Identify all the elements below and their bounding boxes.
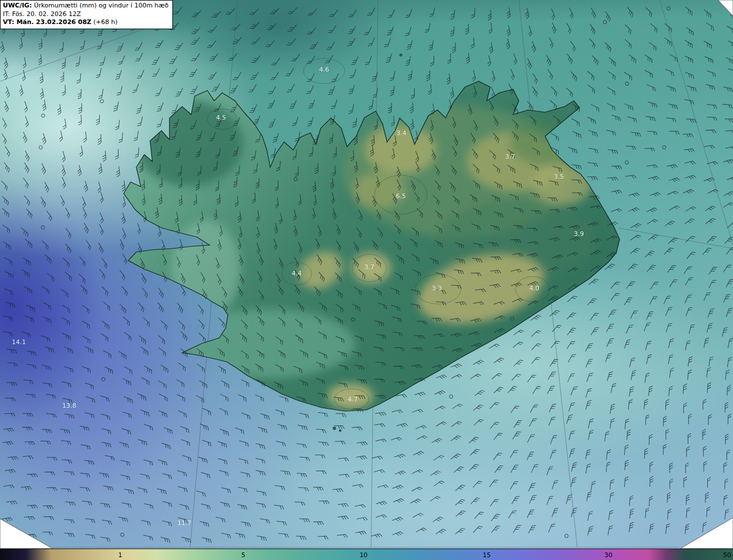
colorbar-tick-label: 15 [483, 551, 491, 558]
map-canvas: 4.64.53.43.73.56.53.94.43.73.34.014.113.… [0, 0, 733, 549]
colorbar-tick-label: 5 [241, 551, 245, 558]
title-line-model: UWC/IG: Úrkomumætti (mm) og vindur í 100… [3, 2, 168, 10]
map-overlay [0, 0, 733, 549]
colorbar-labels: 1510153050 [0, 549, 733, 560]
colorbar-tick-label: 30 [604, 551, 612, 558]
colorbar: 1510153050 [0, 549, 733, 560]
weather-map-page: 4.64.53.43.73.56.53.94.43.73.34.014.113.… [0, 0, 733, 560]
map-title: Úrkomumætti (mm) og vindur í 100m hæð [32, 2, 169, 9]
colorbar-tick-label: 1 [118, 551, 122, 558]
init-time-line: IT: Fös. 20. 02. 2026 12Z [3, 10, 168, 19]
lead-time-label: (+68 h) [92, 18, 118, 26]
colorbar-tick-label: 10 [360, 551, 368, 558]
model-label: UWC/IG: [3, 2, 32, 9]
valid-time-line: VT: Mán. 23.02.2026 08Z (+68 h) [3, 18, 168, 27]
valid-time-label: VT: Mán. 23.02.2026 08Z [3, 18, 92, 26]
title-box: UWC/IG: Úrkomumætti (mm) og vindur í 100… [0, 0, 173, 29]
colorbar-tick-label: 50 [723, 551, 731, 558]
